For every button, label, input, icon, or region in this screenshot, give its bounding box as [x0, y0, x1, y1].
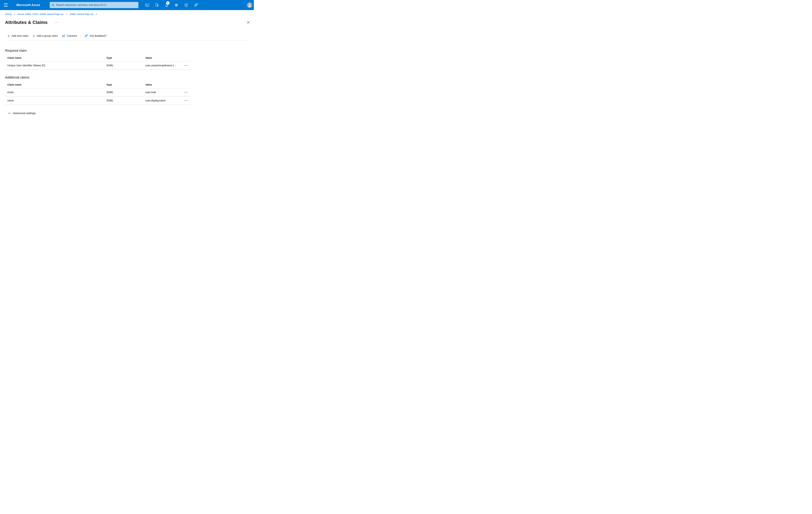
page-title: Attributes & Claims [5, 20, 48, 25]
chevron-down-icon [8, 112, 11, 114]
search-input[interactable] [56, 2, 138, 8]
column-header-claim-name: Claim name [7, 83, 106, 86]
hamburger-menu-button[interactable] [4, 3, 8, 7]
global-search-box [50, 2, 138, 8]
cell-type: SAML [106, 64, 145, 67]
columns-icon [62, 34, 65, 37]
breadcrumb-app[interactable]: Azure SAML SSO | SAML-based Sign-on [18, 13, 63, 16]
breadcrumb-home[interactable]: Home [5, 13, 12, 16]
table-row[interactable]: email SAML user.mail [5, 88, 191, 97]
topbar-icon-group: 6 ? [144, 1, 199, 9]
cell-value: user.userprincipalname [... [145, 64, 181, 67]
advanced-settings-toggle[interactable]: Advanced settings [8, 112, 35, 115]
columns-button[interactable]: Columns [62, 34, 77, 37]
table-row[interactable]: name SAML user.displayname [5, 97, 191, 105]
additional-claims-heading: Additional claims [5, 76, 251, 79]
breadcrumb-saml-signon[interactable]: SAML-based Sign-on [70, 13, 93, 16]
column-header-value: Value [145, 56, 181, 59]
column-header-value: Value [145, 83, 181, 86]
directory-filter-button[interactable] [153, 1, 161, 9]
breadcrumb-separator: > [96, 13, 97, 16]
add-group-claim-label: Add a group claim [37, 34, 58, 37]
settings-button[interactable] [173, 1, 180, 9]
hamburger-icon [4, 3, 8, 4]
got-feedback-button[interactable]: Got feedback? [84, 34, 107, 38]
cell-value: user.displayname [145, 99, 181, 102]
directory-filter-icon [155, 3, 159, 7]
notifications-button[interactable]: 6 [163, 1, 170, 9]
row-menu-button[interactable] [181, 99, 191, 102]
ellipsis-icon [184, 92, 185, 93]
table-header-row: Claim name Type Value [5, 56, 191, 61]
cell-value: user.mail [145, 91, 181, 94]
feedback-icon [84, 34, 88, 38]
title-row: Attributes & Claims [5, 19, 251, 26]
table-header-row: Claim name Type Value [5, 83, 191, 88]
row-menu-button[interactable] [181, 91, 191, 94]
search-icon [52, 3, 55, 7]
column-header-type: Type [106, 83, 145, 86]
gear-icon [174, 3, 178, 7]
page-content: Home > Azure SAML SSO | SAML-based Sign-… [0, 10, 254, 115]
svg-text:?: ? [185, 4, 186, 6]
person-silhouette-icon [247, 2, 252, 8]
required-claim-table: Claim name Type Value Unique User Identi… [5, 56, 191, 70]
row-menu-button[interactable] [181, 64, 191, 67]
cell-claim-name: email [7, 91, 106, 94]
close-button[interactable] [246, 20, 251, 25]
columns-label: Columns [67, 34, 77, 37]
feedback-icon [194, 3, 198, 7]
add-new-claim-label: Add new claim [11, 34, 28, 37]
breadcrumb-separator: > [14, 13, 16, 16]
cloud-shell-button[interactable] [144, 1, 151, 9]
got-feedback-label: Got feedback? [90, 34, 107, 37]
cell-type: SAML [106, 99, 145, 102]
breadcrumb-separator: > [66, 13, 67, 16]
required-claim-heading: Required claim [5, 49, 251, 53]
notification-count-badge: 6 [166, 1, 170, 5]
column-header-claim-name: Claim name [7, 56, 106, 59]
cell-claim-name: name [7, 99, 106, 102]
ellipsis-icon [184, 65, 185, 66]
plus-icon [33, 35, 35, 37]
plus-icon [7, 35, 10, 37]
close-icon [247, 21, 250, 24]
ellipsis-icon [184, 100, 185, 101]
add-group-claim-button[interactable]: Add a group claim [33, 34, 58, 37]
help-icon: ? [184, 3, 188, 7]
table-row[interactable]: Unique User Identifier (Name ID) SAML us… [5, 61, 191, 70]
cell-claim-name: Unique User Identifier (Name ID) [7, 64, 106, 67]
breadcrumb: Home > Azure SAML SSO | SAML-based Sign-… [5, 13, 251, 16]
feedback-button[interactable] [192, 1, 199, 9]
help-button[interactable]: ? [182, 1, 190, 9]
azure-top-bar: Microsoft Azure 6 [0, 0, 254, 10]
command-bar: Add new claim Add a group claim Columns … [5, 34, 251, 40]
cell-type: SAML [106, 91, 145, 94]
title-overflow-button[interactable] [55, 21, 58, 24]
column-header-type: Type [106, 56, 145, 59]
account-avatar[interactable] [247, 2, 252, 8]
add-new-claim-button[interactable]: Add new claim [7, 34, 28, 37]
additional-claims-table: Claim name Type Value email SAML user.ma… [5, 83, 191, 105]
advanced-settings-label: Advanced settings [13, 112, 35, 115]
brand-title[interactable]: Microsoft Azure [17, 3, 40, 7]
terminal-icon [145, 3, 149, 7]
